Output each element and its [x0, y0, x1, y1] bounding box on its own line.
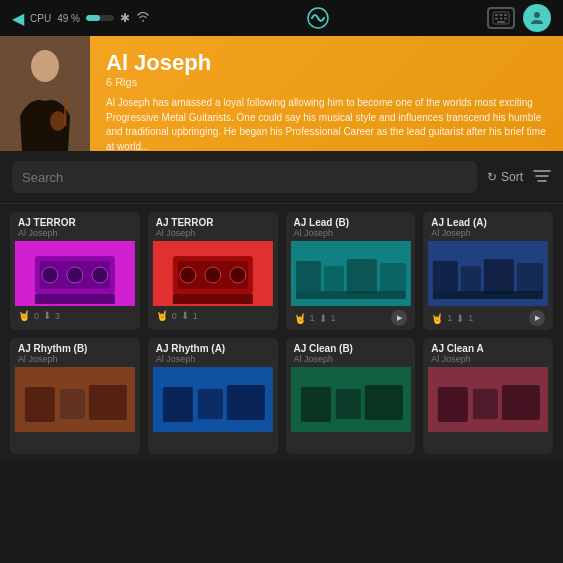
rig-thumbnail: [423, 241, 553, 306]
svg-rect-34: [323, 266, 343, 291]
rig-footer: [423, 432, 553, 454]
rig-name: AJ Lead (B): [294, 217, 408, 228]
rig-card[interactable]: AJ Rhythm (A) Al Joseph: [148, 338, 278, 454]
rig-card[interactable]: AJ TERROR Al Joseph 🤘 0 ⬇ 3: [10, 212, 140, 330]
heart-count: 0: [172, 311, 177, 321]
rig-author: Al Joseph: [18, 354, 132, 364]
rig-card[interactable]: AJ Lead (B) Al Joseph 🤘 1 ⬇ 1 ▶: [286, 212, 416, 330]
rig-name: AJ Clean (B): [294, 343, 408, 354]
rig-footer: [148, 432, 278, 454]
svg-rect-41: [484, 259, 514, 294]
play-button[interactable]: ▶: [391, 310, 407, 326]
svg-rect-50: [198, 389, 223, 419]
svg-rect-57: [438, 387, 468, 422]
svg-rect-58: [473, 389, 498, 419]
rig-card[interactable]: AJ Clean A Al Joseph: [423, 338, 553, 454]
rig-name: AJ Rhythm (A): [156, 343, 270, 354]
svg-point-12: [31, 50, 59, 82]
artist-bio: Al Joseph has amassed a loyal following …: [106, 96, 547, 151]
rig-author: Al Joseph: [294, 228, 408, 238]
rig-author: Al Joseph: [156, 228, 270, 238]
rig-thumbnail: [10, 241, 140, 306]
download-icon: ⬇: [43, 310, 51, 321]
download-icon: ⬇: [319, 313, 327, 324]
rig-name: AJ TERROR: [156, 217, 270, 228]
rig-footer: [286, 432, 416, 454]
cpu-percent: 49 %: [57, 13, 80, 24]
rig-card-header: AJ Lead (B) Al Joseph: [286, 212, 416, 241]
rig-footer: 🤘 0 ⬇ 3: [10, 306, 140, 325]
hero-content: Al Joseph 6 Rigs Al Joseph has amassed a…: [90, 36, 563, 151]
rig-card[interactable]: AJ Rhythm (B) Al Joseph: [10, 338, 140, 454]
keyboard-icon[interactable]: [487, 7, 515, 29]
rig-thumbnail: [286, 241, 416, 306]
rig-card-header: AJ Clean A Al Joseph: [423, 338, 553, 367]
svg-point-0: [142, 20, 144, 22]
svg-rect-9: [497, 21, 505, 23]
svg-rect-45: [25, 387, 55, 422]
svg-rect-42: [517, 263, 543, 293]
svg-point-22: [67, 267, 83, 283]
rig-footer: 🤘 0 ⬇ 1: [148, 306, 278, 325]
cpu-bar-fill: [86, 15, 100, 21]
rig-thumbnail: [148, 367, 278, 432]
rig-author: Al Joseph: [18, 228, 132, 238]
rig-card-header: AJ Rhythm (B) Al Joseph: [10, 338, 140, 367]
status-left: ◀ CPU 49 % ✱: [12, 9, 150, 28]
download-icon: ⬇: [181, 310, 189, 321]
svg-point-23: [92, 267, 108, 283]
rig-name: AJ Clean A: [431, 343, 545, 354]
rig-thumbnail: [423, 367, 553, 432]
svg-rect-47: [89, 385, 127, 420]
search-input[interactable]: [22, 170, 467, 185]
back-button[interactable]: ◀: [12, 9, 24, 28]
sort-button[interactable]: ↻ Sort: [487, 170, 523, 184]
rigs-grid: AJ TERROR Al Joseph 🤘 0 ⬇ 3 AJ TERROR Al…: [0, 204, 563, 462]
rig-thumbnail: [286, 367, 416, 432]
rig-card-header: AJ Lead (A) Al Joseph: [423, 212, 553, 241]
rig-name: AJ Rhythm (B): [18, 343, 132, 354]
play-button[interactable]: ▶: [529, 310, 545, 326]
svg-rect-4: [499, 14, 502, 16]
status-right: [487, 4, 551, 32]
svg-rect-54: [335, 389, 360, 419]
svg-rect-37: [295, 291, 405, 299]
sort-refresh-icon: ↻: [487, 170, 497, 184]
heart-count: 1: [447, 313, 452, 323]
rig-card[interactable]: AJ Clean (B) Al Joseph: [286, 338, 416, 454]
svg-rect-31: [173, 294, 253, 304]
profile-button[interactable]: [523, 4, 551, 32]
rig-card[interactable]: AJ TERROR Al Joseph 🤘 0 ⬇ 1: [148, 212, 278, 330]
svg-rect-14: [64, 91, 67, 126]
svg-rect-36: [379, 263, 405, 293]
heart-count: 1: [310, 313, 315, 323]
rig-thumbnail: [148, 241, 278, 306]
svg-rect-39: [433, 261, 458, 291]
svg-rect-3: [495, 14, 498, 16]
artist-name: Al Joseph: [106, 50, 547, 76]
svg-rect-8: [504, 18, 507, 20]
heart-icon: 🤘: [18, 310, 30, 321]
download-count: 1: [468, 313, 473, 323]
svg-rect-55: [364, 385, 402, 420]
cpu-label: CPU: [30, 13, 51, 24]
search-input-wrapper[interactable]: [12, 161, 477, 193]
svg-point-29: [205, 267, 221, 283]
svg-point-13: [50, 111, 66, 131]
rig-author: Al Joseph: [294, 354, 408, 364]
rig-card[interactable]: AJ Lead (A) Al Joseph 🤘 1 ⬇ 1 ▶: [423, 212, 553, 330]
svg-rect-33: [295, 261, 320, 291]
download-icon: ⬇: [456, 313, 464, 324]
svg-rect-53: [300, 387, 330, 422]
svg-rect-46: [60, 389, 85, 419]
artist-photo: [0, 36, 90, 151]
hero-section: Al Joseph 6 Rigs Al Joseph has amassed a…: [0, 36, 563, 151]
svg-rect-40: [461, 266, 481, 291]
app-logo: [300, 4, 336, 32]
search-section: ↻ Sort: [0, 151, 563, 204]
filter-button[interactable]: [533, 169, 551, 186]
status-bar: ◀ CPU 49 % ✱: [0, 0, 563, 36]
svg-rect-24: [35, 294, 115, 304]
rig-author: Al Joseph: [431, 354, 545, 364]
heart-icon: 🤘: [431, 313, 443, 324]
